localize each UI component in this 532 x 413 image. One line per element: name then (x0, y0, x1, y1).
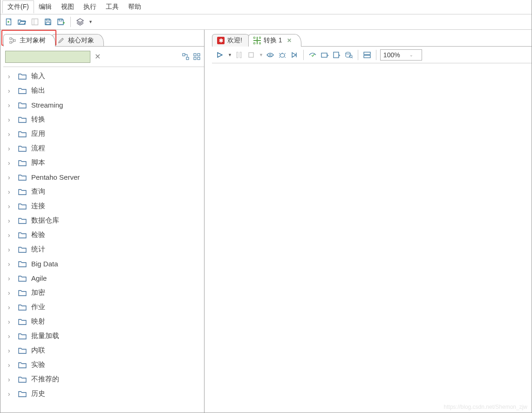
tree-item-label: 加密 (31, 288, 45, 297)
chevron-right-icon: › (8, 289, 14, 297)
chevron-right-icon: › (8, 376, 14, 383)
tree-item[interactable]: ›应用 (3, 127, 204, 141)
clear-filter-icon[interactable]: ✕ (93, 53, 102, 61)
svg-rect-6 (10, 38, 12, 40)
tree-item-label: 数据仓库 (31, 216, 59, 225)
save-as-icon[interactable] (55, 16, 67, 27)
tree-item[interactable]: ›历史 (3, 386, 204, 401)
tree-item[interactable]: ›查询 (3, 184, 204, 199)
pause-icon[interactable] (234, 50, 244, 60)
chevron-right-icon: › (8, 260, 14, 268)
folder-icon (18, 160, 27, 166)
folder-icon (18, 189, 27, 195)
verify-icon[interactable] (307, 50, 318, 60)
show-results-icon[interactable] (362, 50, 372, 60)
chevron-right-icon: › (8, 318, 14, 325)
open-file-icon[interactable] (16, 16, 27, 27)
stop-icon[interactable] (246, 50, 256, 60)
tab-welcome-label: 欢迎! (227, 36, 242, 45)
svg-point-19 (280, 54, 285, 57)
tree-item-label: Big Data (31, 260, 58, 268)
explore-icon[interactable] (29, 16, 41, 27)
run-dropdown-icon[interactable]: ▼ (228, 53, 232, 57)
pencil-icon (57, 36, 65, 45)
tree-item[interactable]: ›作业 (3, 300, 204, 314)
tree-item-label: 作业 (31, 303, 45, 311)
menu-execute[interactable]: 执行 (79, 1, 101, 13)
tree-item[interactable]: ›统计 (3, 242, 204, 257)
tree-item[interactable]: ›Big Data (3, 257, 204, 271)
run-toolbar: ▼ ▼ (212, 47, 532, 63)
tree-item[interactable]: ›加密 (3, 285, 204, 300)
collapse-all-icon[interactable] (193, 53, 201, 61)
folder-icon (18, 362, 27, 368)
tree-item[interactable]: ›连接 (3, 199, 204, 213)
splitter[interactable] (205, 30, 209, 413)
menu-view[interactable]: 视图 (56, 1, 79, 13)
tree-item-label: 映射 (31, 317, 45, 326)
tree-item[interactable]: ›Agile (3, 271, 204, 285)
layers-icon[interactable] (75, 16, 86, 27)
tab-welcome[interactable]: ✱ 欢迎! (212, 34, 252, 47)
tree-item[interactable]: ›转换 (3, 112, 204, 127)
tree-item[interactable]: ›映射 (3, 314, 204, 329)
svg-rect-13 (198, 54, 200, 56)
tree-item-label: 不推荐的 (31, 375, 59, 384)
tree-item[interactable]: ›流程 (3, 141, 204, 156)
welcome-icon: ✱ (217, 37, 225, 44)
tree-item-label: 查询 (31, 187, 45, 196)
svg-point-22 (346, 52, 350, 54)
tree-item[interactable]: ›Pentaho Server (3, 170, 204, 184)
menu-help[interactable]: 帮助 (123, 1, 146, 13)
toolbar-separator (70, 17, 71, 27)
replay-icon[interactable] (289, 50, 300, 60)
expand-all-icon[interactable] (182, 53, 190, 61)
canvas[interactable] (212, 63, 532, 413)
tree-item[interactable]: ›实验 (3, 358, 204, 372)
tab-trans-1[interactable]: 转换 1 ✕ (248, 34, 301, 47)
tree-item[interactable]: ›不推荐的 (3, 372, 204, 386)
stop-dropdown-icon[interactable]: ▼ (259, 53, 263, 57)
tree-item[interactable]: ›输出 (3, 83, 204, 98)
folder-icon (18, 217, 27, 224)
svg-rect-7 (10, 41, 12, 43)
tree-item[interactable]: ›内联 (3, 343, 204, 358)
tree-item-label: Pentaho Server (31, 173, 80, 181)
tree-item[interactable]: ›批量加载 (3, 329, 204, 343)
filter-input[interactable] (5, 51, 90, 63)
tab-core-objects-label: 核心对象 (68, 36, 94, 45)
layers-dropdown-icon[interactable]: ▼ (89, 20, 93, 24)
svg-rect-21 (334, 52, 339, 58)
tree-item[interactable]: ›输入 (3, 69, 204, 83)
tree-item[interactable]: ›脚本 (3, 156, 204, 170)
save-icon[interactable] (42, 16, 54, 27)
folder-icon (18, 318, 27, 325)
chevron-right-icon: › (8, 231, 14, 239)
tree-item[interactable]: ›数据仓库 (3, 213, 204, 228)
menu-edit[interactable]: 编辑 (34, 1, 56, 13)
menu-tools[interactable]: 工具 (101, 1, 123, 13)
impact-icon[interactable] (320, 50, 330, 60)
tab-trans-1-label: 转换 1 (264, 36, 282, 45)
chevron-right-icon: › (8, 73, 14, 80)
close-tab-icon[interactable]: ✕ (287, 37, 292, 44)
debug-icon[interactable] (277, 50, 287, 60)
svg-rect-14 (198, 57, 200, 60)
sql-icon[interactable] (332, 50, 342, 60)
tree-item[interactable]: ›检验 (3, 228, 204, 242)
tab-main-tree[interactable]: 主对象树 (3, 34, 55, 47)
tab-core-objects[interactable]: 核心对象 (52, 34, 104, 47)
preview-icon[interactable] (265, 50, 275, 60)
chevron-right-icon: › (8, 159, 14, 167)
chevron-right-icon: › (8, 390, 14, 398)
explore-db-icon[interactable] (344, 50, 354, 60)
menu-file[interactable]: 文件(F) (2, 0, 34, 14)
run-icon[interactable] (215, 50, 225, 60)
folder-icon (18, 232, 27, 238)
folder-icon (18, 304, 27, 311)
svg-rect-16 (240, 52, 241, 58)
tree-item[interactable]: ›Streaming (3, 98, 204, 112)
zoom-select[interactable]: 100% ⌄ (380, 49, 422, 61)
run-toolbar-sep1 (303, 50, 304, 60)
new-file-icon[interactable] (3, 16, 14, 27)
